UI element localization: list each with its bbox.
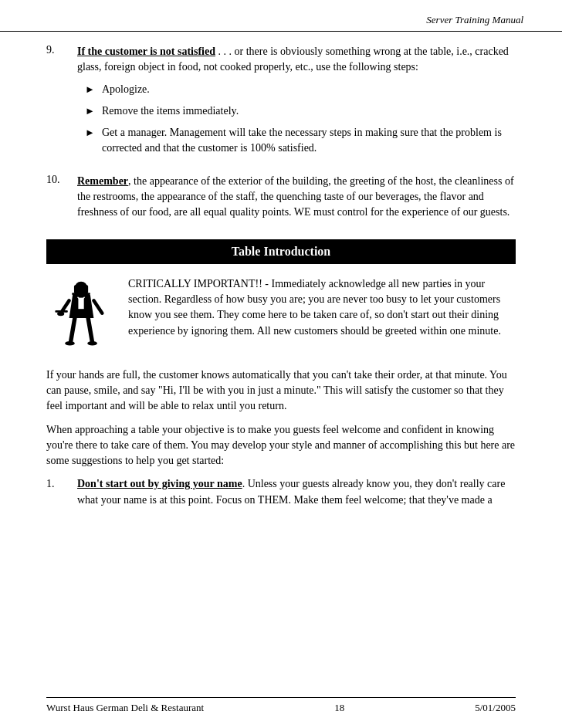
page-content: 9. If the customer is not satisfied . . …	[0, 32, 562, 542]
item-10-after: , the appearance of the exterior of the …	[77, 175, 514, 218]
section-header-table-intro: Table Introduction	[46, 239, 516, 264]
footer-restaurant-name: Wurst Haus German Deli & Restaurant	[46, 702, 204, 714]
footer-date: 5/01/2005	[475, 702, 516, 714]
section-header-text: Table Introduction	[232, 245, 330, 258]
svg-rect-5	[55, 310, 67, 313]
svg-text:✦: ✦	[80, 301, 84, 307]
item-9-text: If the customer is not satisfied . . . o…	[77, 44, 516, 76]
intro-para-1: CRITICALLY IMPORTANT!! - Immediately ack…	[128, 276, 516, 339]
page-footer: Wurst Haus German Deli & Restaurant 18 5…	[46, 697, 516, 714]
svg-point-6	[65, 341, 75, 345]
svg-rect-2	[73, 285, 87, 293]
intro-text-paragraph1: CRITICALLY IMPORTANT!! - Immediately ack…	[128, 276, 516, 347]
list-item-10: 10. Remember, the appearance of the exte…	[46, 174, 516, 225]
bullet-arrow-2: ►	[85, 103, 96, 119]
bullet-arrow-3: ►	[85, 125, 96, 141]
bullet-text-3: Get a manager. Management will take the …	[102, 125, 516, 157]
table-intro-section: ✦ CRITICALLY IMPORTANT!! - Immediately a…	[46, 276, 516, 357]
svg-point-7	[87, 341, 97, 345]
item-number-10: 10.	[46, 174, 77, 225]
sub-item-1-text: Don't start out by giving your name. Unl…	[77, 476, 516, 508]
waiter-figure: ✦	[46, 276, 116, 357]
sub-item-number-1: 1.	[46, 476, 77, 516]
page-header: Server Training Manual	[0, 0, 562, 32]
bullet-text-1: Apologize.	[102, 82, 516, 97]
footer-page-number: 18	[334, 702, 344, 714]
list-item-9: 9. If the customer is not satisfied . . …	[46, 44, 516, 163]
bullet-item-1: ► Apologize.	[85, 82, 516, 97]
item-10-text: Remember, the appearance of the exterior…	[77, 174, 516, 221]
header-title: Server Training Manual	[426, 14, 523, 26]
waiter-icon: ✦	[52, 279, 110, 357]
item-10-label: Remember	[77, 175, 128, 187]
bullet-item-2: ► Remove the items immediately.	[85, 103, 516, 119]
sub-item-1-label: Don't start out by giving your name	[77, 478, 242, 489]
item-9-label: If the customer is not satisfied	[77, 46, 215, 57]
sub-list-item-1: 1. Don't start out by giving your name. …	[46, 476, 516, 516]
intro-paragraphs: If your hands are full, the customer kno…	[46, 367, 516, 516]
item-9-bullets: ► Apologize. ► Remove the items immediat…	[85, 82, 516, 157]
intro-para-3: When approaching a table your objective …	[46, 422, 516, 469]
page: Server Training Manual 9. If the custome…	[0, 0, 562, 728]
item-content-10: Remember, the appearance of the exterior…	[77, 174, 516, 225]
intro-para-2: If your hands are full, the customer kno…	[46, 367, 516, 415]
item-content-9: If the customer is not satisfied . . . o…	[77, 44, 516, 163]
bullet-item-3: ► Get a manager. Management will take th…	[85, 125, 516, 157]
bullet-text-2: Remove the items immediately.	[102, 103, 516, 119]
bullet-arrow-1: ►	[85, 82, 96, 97]
item-number-9: 9.	[46, 44, 77, 163]
sub-item-content-1: Don't start out by giving your name. Unl…	[77, 476, 516, 516]
